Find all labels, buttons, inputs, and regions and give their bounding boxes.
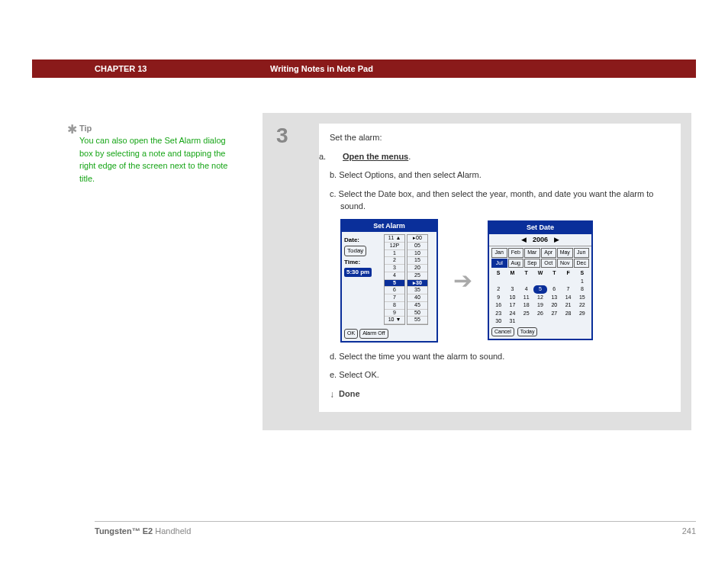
tip-sidebar: ✱ Tip You can also open the Set Alarm di…: [79, 124, 228, 185]
step-d: d. Select the time you want the alarm to…: [340, 350, 670, 363]
cancel-button[interactable]: Cancel: [491, 327, 514, 337]
chapter-label: CHAPTER 13: [95, 64, 263, 73]
month-grid[interactable]: JanFebMarAprMayJunJulAugSepOctNovDec: [491, 248, 589, 268]
step-number: 3: [273, 124, 319, 148]
section-title: Writing Notes in Note Pad: [270, 64, 373, 73]
ok-button[interactable]: OK: [344, 329, 358, 339]
page-header: CHAPTER 13 Writing Notes in Note Pad: [32, 60, 696, 78]
minute-column[interactable]: ▸000510152025▸303540455055: [407, 234, 428, 325]
step-b: b. Select Options, and then select Alarm…: [340, 169, 670, 182]
step-c: c. Select the Date box, and then select …: [340, 188, 670, 213]
open-menus-link[interactable]: Open the menus: [343, 152, 408, 161]
year-next-button[interactable]: ▶: [554, 235, 559, 246]
done-label: Done: [339, 388, 360, 401]
asterisk-icon: ✱: [67, 122, 77, 137]
tip-label: Tip: [79, 124, 228, 133]
date-label: Date:: [344, 236, 382, 245]
day-of-week-row: SMTWTFS: [491, 269, 589, 278]
set-date-title: Set Date: [489, 222, 591, 234]
year-value: 2006: [533, 235, 548, 246]
set-date-dialog: Set Date ◀ 2006 ▶ JanFebMarAprMayJunJulA…: [488, 220, 593, 340]
set-alarm-dialog: Set Alarm Date: Today Time: 5:30 pm 11 ▲…: [340, 219, 438, 343]
year-prev-button[interactable]: ◀: [521, 235, 527, 246]
product-name: Tungsten™ E2 Handheld: [95, 526, 191, 536]
today-button[interactable]: Today: [517, 327, 538, 337]
step-e: e. Select OK.: [340, 368, 670, 381]
step-a: a. Open the menus.: [340, 150, 670, 163]
time-label: Time:: [344, 258, 382, 267]
step-panel: 3 Set the alarm: a. Open the menus. b. S…: [263, 113, 691, 430]
set-alarm-title: Set Alarm: [342, 220, 436, 233]
tip-text: You can also open the Set Alarm dialog b…: [79, 134, 228, 185]
time-value[interactable]: 5:30 pm: [344, 268, 372, 277]
done-arrow-icon: ↓: [330, 388, 334, 401]
arrow-right-icon: ➔: [453, 263, 472, 298]
screenshot-row: Set Alarm Date: Today Time: 5:30 pm 11 ▲…: [340, 219, 670, 343]
step-intro: Set the alarm:: [330, 131, 670, 144]
hour-column[interactable]: 11 ▲12P12345678910 ▼: [384, 234, 405, 325]
date-selector[interactable]: Today: [344, 246, 366, 256]
alarm-off-button[interactable]: Alarm Off: [359, 329, 388, 339]
page-number: 241: [682, 526, 696, 536]
done-row: ↓ Done: [330, 388, 670, 401]
day-grid[interactable]: 1234567891011121314151617181920212223242…: [491, 278, 589, 326]
page-footer: Tungsten™ E2 Handheld 241: [95, 521, 696, 536]
step-body: Set the alarm: a. Open the menus. b. Sel…: [319, 124, 681, 412]
